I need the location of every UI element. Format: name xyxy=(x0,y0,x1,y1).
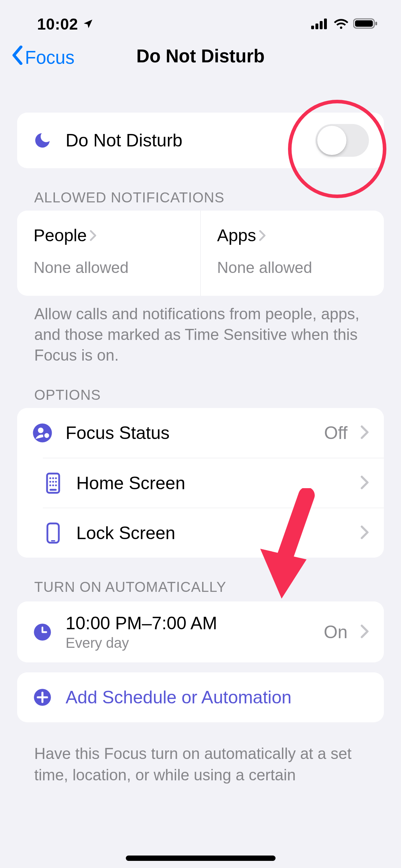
focus-status-label: Focus Status xyxy=(66,423,311,443)
schedule-group: 10:00 PM–7:00 AM Every day On xyxy=(17,601,384,662)
svg-point-11 xyxy=(49,477,51,479)
chevron-left-icon xyxy=(11,46,24,69)
lock-screen-row[interactable]: Lock Screen xyxy=(43,508,384,558)
allowed-apps-cell[interactable]: Apps None allowed xyxy=(200,211,384,296)
svg-point-16 xyxy=(55,481,57,482)
allowed-footer: Allow calls and notifications from peopl… xyxy=(34,304,384,366)
svg-rect-20 xyxy=(50,489,57,491)
add-schedule-group: Add Schedule or Automation xyxy=(17,672,384,722)
svg-rect-1 xyxy=(315,24,318,29)
plus-circle-icon xyxy=(32,688,53,707)
svg-point-8 xyxy=(38,428,43,433)
toggle-knob xyxy=(317,126,346,155)
chevron-right-icon xyxy=(360,624,369,640)
dnd-toggle-group: Do Not Disturb xyxy=(17,113,384,168)
focus-status-row[interactable]: Focus Status Off xyxy=(17,408,384,458)
battery-icon xyxy=(353,18,378,31)
allowed-header: ALLOWED NOTIFICATIONS xyxy=(34,190,384,206)
home-screen-row[interactable]: Home Screen xyxy=(43,458,384,508)
allowed-group: People None allowed Apps None allowed xyxy=(17,211,384,296)
lock-screen-icon xyxy=(43,522,63,544)
home-screen-icon xyxy=(43,472,63,494)
back-label: Focus xyxy=(25,47,74,68)
dnd-toggle-switch[interactable] xyxy=(315,124,369,157)
svg-point-15 xyxy=(52,481,54,482)
status-indicators xyxy=(311,18,383,31)
back-button[interactable]: Focus xyxy=(11,46,74,69)
svg-rect-22 xyxy=(51,540,55,542)
allowed-people-cell[interactable]: People None allowed xyxy=(17,211,200,296)
location-icon xyxy=(82,15,94,33)
chevron-right-icon xyxy=(259,230,266,241)
clock-icon xyxy=(32,623,53,641)
focus-status-value: Off xyxy=(324,423,348,443)
svg-rect-0 xyxy=(311,26,314,29)
allowed-people-sub: None allowed xyxy=(34,259,184,277)
svg-point-13 xyxy=(55,477,57,479)
schedule-title: 10:00 PM–7:00 AM xyxy=(66,613,311,634)
chevron-right-icon xyxy=(360,475,369,491)
status-time: 10:02 xyxy=(37,15,78,33)
status-time-area: 10:02 xyxy=(18,15,94,33)
chevron-right-icon xyxy=(360,525,369,541)
schedule-sub: Every day xyxy=(66,635,311,651)
schedule-value: On xyxy=(324,622,348,642)
chevron-right-icon xyxy=(89,230,97,241)
cellular-icon xyxy=(311,18,329,31)
allowed-apps-sub: None allowed xyxy=(217,259,367,277)
options-group: Focus Status Off Home Screen Lock Screen xyxy=(17,408,384,558)
add-schedule-label: Add Schedule or Automation xyxy=(66,687,369,708)
options-header: OPTIONS xyxy=(34,387,384,403)
allowed-people-title: People xyxy=(34,226,87,245)
svg-point-12 xyxy=(52,477,54,479)
svg-point-9 xyxy=(44,433,50,439)
auto-footer: Have this Focus turn on automatically at… xyxy=(34,743,384,785)
svg-rect-3 xyxy=(324,19,327,29)
lock-screen-label: Lock Screen xyxy=(76,523,348,543)
home-indicator xyxy=(126,856,276,861)
allowed-split: People None allowed Apps None allowed xyxy=(17,211,384,296)
svg-point-14 xyxy=(49,481,51,482)
svg-rect-21 xyxy=(47,523,59,543)
people-status-icon xyxy=(32,422,53,444)
chevron-right-icon xyxy=(360,425,369,441)
nav-bar: Focus Do Not Disturb xyxy=(0,39,401,77)
home-screen-label: Home Screen xyxy=(76,473,348,494)
add-schedule-row[interactable]: Add Schedule or Automation xyxy=(17,672,384,722)
wifi-icon xyxy=(333,18,349,31)
svg-point-19 xyxy=(55,484,57,486)
auto-header: TURN ON AUTOMATICALLY xyxy=(34,579,384,595)
svg-rect-5 xyxy=(355,20,373,27)
svg-rect-2 xyxy=(320,21,323,29)
svg-point-18 xyxy=(52,484,54,486)
schedule-row[interactable]: 10:00 PM–7:00 AM Every day On xyxy=(17,601,384,662)
svg-rect-6 xyxy=(375,22,377,25)
svg-point-17 xyxy=(49,484,51,486)
allowed-apps-title: Apps xyxy=(217,226,256,245)
status-bar: 10:02 xyxy=(0,0,401,39)
dnd-toggle-row: Do Not Disturb xyxy=(17,113,384,168)
dnd-toggle-label: Do Not Disturb xyxy=(66,130,303,151)
moon-icon xyxy=(32,131,53,150)
